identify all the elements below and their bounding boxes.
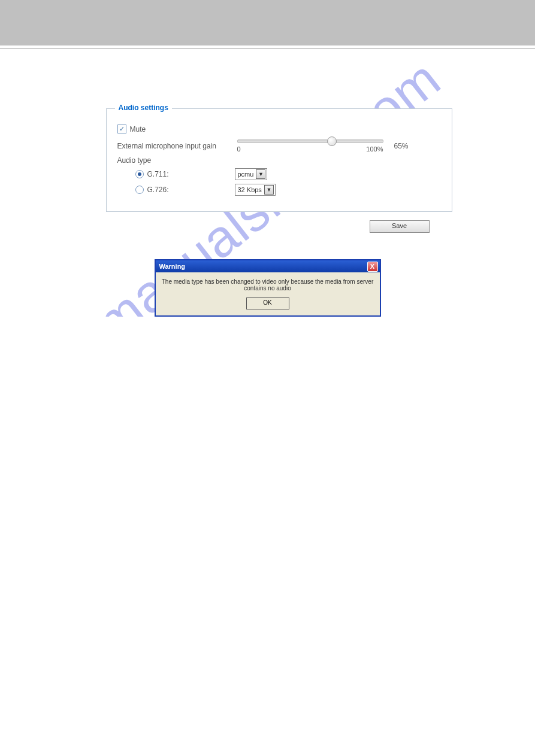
g711-label: G.711: [147, 170, 169, 178]
mute-row: ✓ Mute [117, 125, 441, 133]
g726-select[interactable]: 32 Kbps ▼ [235, 184, 276, 196]
dialog-message: The media type has been changed to video… [162, 278, 374, 292]
warning-dialog: Warning X The media type has been change… [155, 259, 381, 317]
gain-slider[interactable]: 0 100% [237, 139, 383, 153]
g726-label: G.726: [147, 186, 169, 194]
g711-row: G.711: pcmu ▼ [117, 168, 441, 180]
radio-dot-icon [138, 172, 141, 176]
slider-thumb[interactable] [327, 136, 337, 146]
slider-scale: 0 100% [237, 145, 383, 153]
g726-select-value: 32 Kbps [238, 186, 262, 193]
scale-min: 0 [237, 145, 241, 153]
panel-legend: Audio settings [115, 104, 172, 112]
mute-label: Mute [130, 125, 146, 133]
dialog-body: The media type has been changed to video… [156, 272, 380, 315]
gain-label: External microphone input gain [117, 142, 237, 150]
horizontal-rule [0, 48, 535, 48]
g726-radio[interactable] [135, 186, 144, 194]
audio-type-row: Audio type [117, 156, 441, 165]
g711-select[interactable]: pcmu ▼ [235, 168, 268, 180]
g711-radio[interactable] [135, 170, 144, 178]
chevron-down-icon: ▼ [264, 185, 274, 195]
dialog-titlebar[interactable]: Warning X [156, 260, 380, 272]
slider-track [237, 139, 383, 143]
g711-select-value: pcmu [238, 171, 254, 178]
g726-row: G.726: 32 Kbps ▼ [117, 184, 441, 196]
mute-checkbox[interactable]: ✓ [117, 125, 126, 133]
audio-settings-panel: Audio settings ✓ Mute External microphon… [106, 108, 452, 212]
ok-button[interactable]: OK [246, 297, 289, 309]
check-icon: ✓ [119, 126, 125, 132]
scale-max: 100% [366, 145, 383, 153]
dialog-title: Warning [159, 263, 186, 270]
gain-row: External microphone input gain 0 100% 65… [117, 139, 441, 153]
chevron-down-icon: ▼ [256, 169, 265, 179]
gain-value: 65% [394, 142, 409, 150]
audio-type-label: Audio type [117, 156, 237, 165]
close-icon[interactable]: X [367, 262, 378, 272]
save-button[interactable]: Save [370, 220, 430, 233]
header-band [0, 0, 535, 45]
